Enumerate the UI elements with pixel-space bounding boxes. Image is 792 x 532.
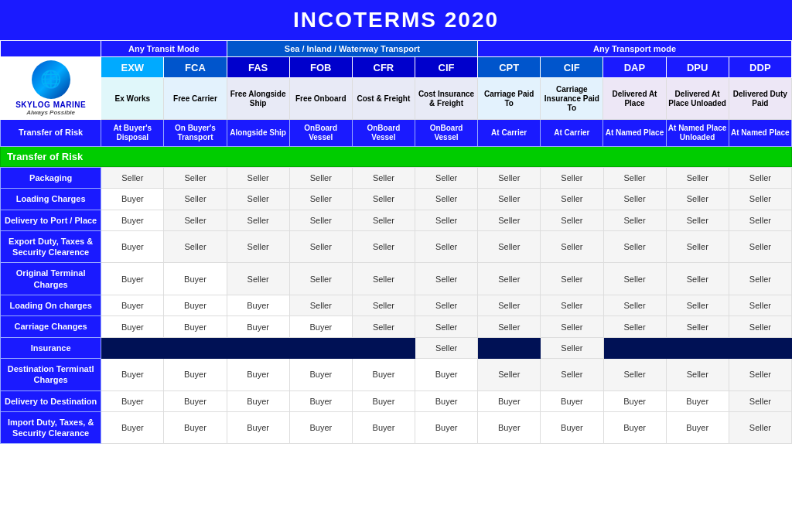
cell: Seller: [729, 390, 791, 411]
cell: Seller: [541, 358, 603, 390]
cell: Seller: [666, 210, 729, 230]
logo-globe: 🌐: [32, 60, 70, 99]
cell: Seller: [415, 337, 478, 358]
cell: Buyer: [164, 411, 227, 444]
cell: Buyer: [164, 358, 227, 390]
cell: Seller: [101, 168, 164, 189]
fullname-cpt: Carriage Paid To: [478, 78, 541, 120]
cell: Seller: [478, 316, 541, 337]
cell: Seller: [289, 189, 352, 210]
cell: Seller: [164, 168, 227, 189]
cell: Buyer: [541, 390, 603, 411]
cell: Buyer: [164, 390, 227, 411]
transfer-risk-label: Transfer of Risk: [1, 120, 101, 147]
full-name-row: Ex Works Free Carrier Free Alongside Shi…: [1, 78, 792, 120]
cell: Seller: [729, 358, 791, 390]
cell: Buyer: [352, 390, 415, 411]
cell: Seller: [352, 316, 415, 337]
table-row: Loading On chargesBuyerBuyerBuyerSellerS…: [1, 295, 792, 316]
fullname-dpu: Delivered At Place Unloaded: [666, 78, 729, 120]
cell: Buyer: [289, 358, 352, 390]
cell: Seller: [415, 230, 478, 263]
cell: Seller: [729, 263, 791, 295]
sea-inland-group: Sea / Inland / Waterway Transport: [227, 41, 478, 57]
cell: Seller: [603, 168, 666, 189]
abbr-cif2: CIF: [541, 57, 603, 78]
table-row: Delivery to Port / PlaceBuyerSellerSelle…: [1, 210, 792, 230]
cell: Seller: [478, 168, 541, 189]
risk-dap: At Named Place: [603, 120, 666, 147]
cell: Buyer: [289, 411, 352, 444]
fullname-cif2: Carriage Insurance Paid To: [541, 78, 603, 120]
cell: Buyer: [227, 316, 289, 337]
cell: Seller: [541, 189, 603, 210]
risk-fca: On Buyer's Transport: [164, 120, 227, 147]
cell: Seller: [352, 168, 415, 189]
abbr-ddp: DDP: [729, 57, 791, 78]
cell: Buyer: [666, 411, 729, 444]
cell: Seller: [541, 230, 603, 263]
cell: Seller: [478, 210, 541, 230]
cell: Seller: [603, 189, 666, 210]
row-label: Delivery to Destination: [1, 390, 101, 411]
fullname-fca: Free Carrier: [164, 78, 227, 120]
cell: Seller: [164, 210, 227, 230]
cell: Seller: [289, 263, 352, 295]
risk-fas: Alongside Ship: [227, 120, 289, 147]
risk-dpu: At Named Place Unloaded: [666, 120, 729, 147]
cell: Buyer: [415, 358, 478, 390]
fullname-cfr: Cost & Freight: [352, 78, 415, 120]
cell: Buyer: [352, 358, 415, 390]
abbreviation-row: 🌐 SKYLOG MARINE Always Possible EXW FCA …: [1, 57, 792, 78]
cell: Seller: [478, 189, 541, 210]
cell: Seller: [352, 189, 415, 210]
cell: Seller: [352, 263, 415, 295]
cell: Buyer: [603, 411, 666, 444]
cell: Buyer: [541, 411, 603, 444]
any-transit-group: Any Transit Mode: [101, 41, 227, 57]
cell: Seller: [666, 230, 729, 263]
cell: Seller: [352, 295, 415, 316]
risk-cfr: OnBoard Vessel: [352, 120, 415, 147]
cell: [227, 337, 289, 358]
cell: Seller: [666, 316, 729, 337]
row-label: Destination Terminatl Charges: [1, 358, 101, 390]
risk-fob: OnBoard Vessel: [289, 120, 352, 147]
cell: Seller: [541, 316, 603, 337]
fullname-exw: Ex Works: [101, 78, 164, 120]
cell: Buyer: [289, 390, 352, 411]
cell: Seller: [729, 210, 791, 230]
risk-cif2: At Carrier: [541, 120, 603, 147]
row-label: Original Terminal Charges: [1, 263, 101, 295]
logo-cell: 🌐 SKYLOG MARINE Always Possible: [1, 57, 101, 120]
cell: Buyer: [227, 390, 289, 411]
cell: Buyer: [164, 295, 227, 316]
section-label-row: Transfer of Risk: [1, 147, 792, 167]
table-row: Export Duty, Taxes & Security ClearenceB…: [1, 230, 792, 263]
row-label: Delivery to Port / Place: [1, 210, 101, 230]
cell: Seller: [478, 295, 541, 316]
cell: Buyer: [289, 316, 352, 337]
cell: Seller: [603, 263, 666, 295]
table-row: Destination Terminatl ChargesBuyerBuyerB…: [1, 358, 792, 390]
cell: [101, 337, 164, 358]
cell: Seller: [603, 295, 666, 316]
cell: [164, 337, 227, 358]
cell: Seller: [227, 210, 289, 230]
company-tagline: Always Possible: [2, 109, 99, 116]
cell: Seller: [729, 316, 791, 337]
cell: Buyer: [227, 358, 289, 390]
cell: Buyer: [101, 358, 164, 390]
cell: Seller: [478, 263, 541, 295]
cell: Seller: [666, 358, 729, 390]
cell: Seller: [289, 210, 352, 230]
abbr-cpt: CPT: [478, 57, 541, 78]
cell: Buyer: [101, 411, 164, 444]
group-header-row: Any Transit Mode Sea / Inland / Waterway…: [1, 41, 792, 57]
cell: Seller: [227, 230, 289, 263]
cell: Seller: [415, 210, 478, 230]
cell: Buyer: [164, 263, 227, 295]
cell: Seller: [603, 210, 666, 230]
cell: Buyer: [227, 411, 289, 444]
cell: Seller: [289, 295, 352, 316]
